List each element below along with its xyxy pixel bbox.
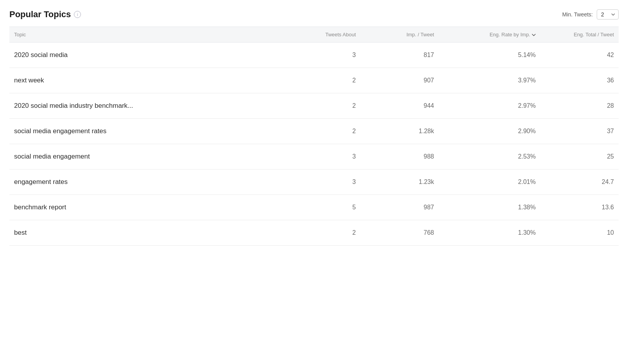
cell-eng-total: 28 <box>540 102 619 109</box>
cell-imp-per-tweet: 817 <box>361 52 439 59</box>
cell-topic: social media engagement rates <box>9 127 282 135</box>
sort-desc-icon <box>532 33 536 37</box>
cell-topic: 2020 social media <box>9 51 282 59</box>
cell-topic: benchmark report <box>9 203 282 211</box>
cell-tweets-about: 2 <box>282 102 361 109</box>
table-row: social media engagement rates 2 1.28k 2.… <box>9 119 619 144</box>
cell-imp-per-tweet: 907 <box>361 77 439 84</box>
cell-tweets-about: 2 <box>282 229 361 236</box>
popular-topics-container: Popular Topics i Min. Tweets: 2 3 5 10 T… <box>0 0 628 364</box>
cell-eng-total: 25 <box>540 153 619 160</box>
cell-eng-total: 36 <box>540 77 619 84</box>
min-tweets-group: Min. Tweets: 2 3 5 10 <box>562 9 619 20</box>
cell-eng-total: 37 <box>540 128 619 135</box>
table-body: 2020 social media 3 817 5.14% 42 next we… <box>9 43 619 246</box>
cell-tweets-about: 3 <box>282 153 361 160</box>
table-row: social media engagement 3 988 2.53% 25 <box>9 144 619 170</box>
cell-eng-total: 24.7 <box>540 178 619 186</box>
cell-eng-rate: 1.30% <box>439 229 540 236</box>
cell-topic: next week <box>9 77 282 84</box>
col-header-topic: Topic <box>9 32 282 37</box>
page-title: Popular Topics <box>9 9 71 20</box>
table-row: best 2 768 1.30% 10 <box>9 220 619 246</box>
table-row: engagement rates 3 1.23k 2.01% 24.7 <box>9 170 619 195</box>
cell-eng-rate: 3.97% <box>439 77 540 84</box>
cell-topic: engagement rates <box>9 178 282 186</box>
col-header-tweets-about: Tweets About <box>282 32 361 37</box>
cell-tweets-about: 5 <box>282 204 361 211</box>
cell-topic: social media engagement <box>9 153 282 161</box>
cell-eng-rate: 2.90% <box>439 128 540 135</box>
cell-eng-total: 42 <box>540 52 619 59</box>
cell-eng-rate: 5.14% <box>439 52 540 59</box>
min-tweets-label: Min. Tweets: <box>562 11 593 18</box>
cell-imp-per-tweet: 987 <box>361 204 439 211</box>
cell-topic: best <box>9 229 282 237</box>
cell-imp-per-tweet: 988 <box>361 153 439 160</box>
header-row: Popular Topics i Min. Tweets: 2 3 5 10 <box>9 9 619 27</box>
col-header-imp-per-tweet: Imp. / Tweet <box>361 32 439 37</box>
topics-table: Topic Tweets About Imp. / Tweet Eng. Rat… <box>9 27 619 246</box>
cell-eng-rate: 2.01% <box>439 178 540 186</box>
table-header: Topic Tweets About Imp. / Tweet Eng. Rat… <box>9 27 619 43</box>
cell-imp-per-tweet: 944 <box>361 102 439 109</box>
cell-eng-rate: 1.38% <box>439 204 540 211</box>
title-group: Popular Topics i <box>9 9 81 20</box>
cell-eng-total: 13.6 <box>540 204 619 211</box>
cell-topic: 2020 social media industry benchmark... <box>9 102 282 110</box>
cell-imp-per-tweet: 1.23k <box>361 178 439 186</box>
cell-tweets-about: 3 <box>282 52 361 59</box>
cell-tweets-about: 2 <box>282 77 361 84</box>
table-row: 2020 social media industry benchmark... … <box>9 93 619 119</box>
cell-imp-per-tweet: 768 <box>361 229 439 236</box>
min-tweets-select[interactable]: 2 3 5 10 <box>597 9 619 20</box>
cell-eng-rate: 2.53% <box>439 153 540 160</box>
col-header-eng-total: Eng. Total / Tweet <box>540 32 619 37</box>
table-row: 2020 social media 3 817 5.14% 42 <box>9 43 619 68</box>
cell-imp-per-tweet: 1.28k <box>361 128 439 135</box>
cell-eng-total: 10 <box>540 229 619 236</box>
col-header-eng-rate[interactable]: Eng. Rate by Imp. <box>439 32 540 37</box>
cell-tweets-about: 3 <box>282 178 361 186</box>
cell-eng-rate: 2.97% <box>439 102 540 109</box>
table-row: benchmark report 5 987 1.38% 13.6 <box>9 195 619 220</box>
table-row: next week 2 907 3.97% 36 <box>9 68 619 93</box>
cell-tweets-about: 2 <box>282 128 361 135</box>
info-icon[interactable]: i <box>74 11 81 18</box>
